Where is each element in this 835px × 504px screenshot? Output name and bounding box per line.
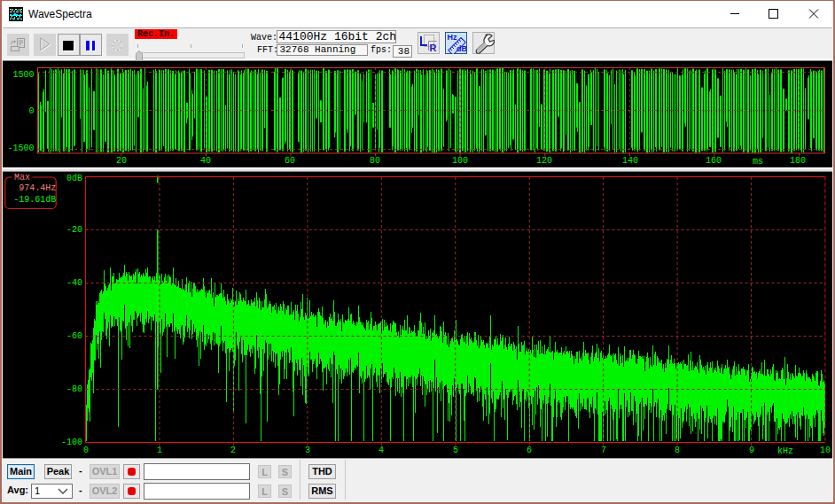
svg-text:Hz: Hz [448, 33, 457, 42]
svg-text:dB: dB [457, 44, 467, 53]
svg-text:R: R [430, 43, 437, 53]
